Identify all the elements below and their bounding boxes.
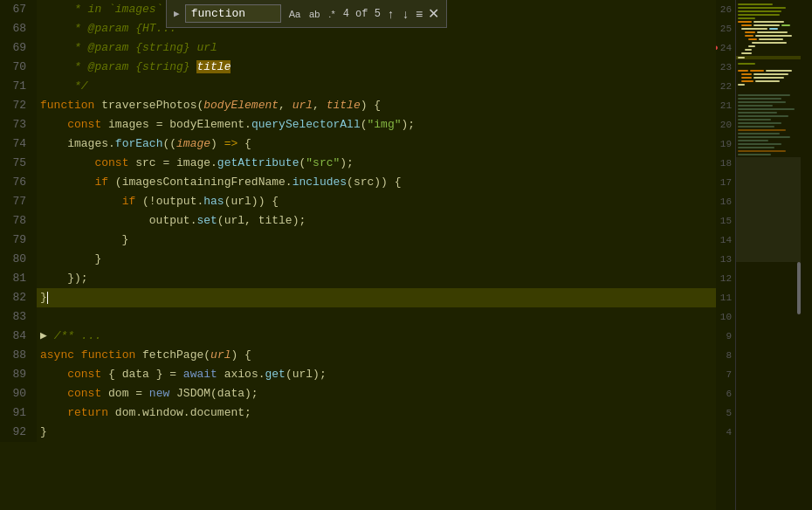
svg-rect-33 xyxy=(755,80,780,82)
svg-rect-0 xyxy=(738,3,773,5)
right-ln: 13 xyxy=(720,250,732,269)
line-number: 71 xyxy=(0,77,37,96)
svg-rect-22 xyxy=(736,56,801,59)
line-content: return dom.window.document; xyxy=(37,403,716,423)
right-ln: 17 xyxy=(720,173,732,192)
line-number: 83 xyxy=(0,307,37,327)
svg-rect-26 xyxy=(750,70,764,72)
svg-rect-5 xyxy=(738,21,752,23)
right-ln: 18 xyxy=(720,154,732,173)
line-number: 78 xyxy=(0,211,37,231)
line-number: 75 xyxy=(0,154,37,173)
code-line: 74 images.forEach((image) => { xyxy=(0,134,716,154)
right-ln: 16 xyxy=(720,192,732,211)
line-number: 67 xyxy=(0,0,37,19)
right-ln: 22 xyxy=(720,77,732,96)
line-content: * @param {string} url xyxy=(37,38,716,58)
svg-rect-14 xyxy=(745,35,754,37)
line-content: ▶ /** ... xyxy=(37,327,716,346)
right-ln: 7 xyxy=(726,365,732,384)
svg-rect-39 xyxy=(738,108,795,110)
line-number: 70 xyxy=(0,58,37,77)
svg-rect-7 xyxy=(741,24,752,26)
line-content: if (imagesContainingFredName.includes(sr… xyxy=(37,173,716,192)
right-ln: 19 xyxy=(720,134,732,154)
svg-rect-21 xyxy=(741,52,752,54)
code-line: 92 } xyxy=(0,423,716,442)
line-number: 88 xyxy=(0,346,37,365)
right-panel: 26 25 24 23 22 21 20 19 18 17 16 15 14 1… xyxy=(716,0,812,510)
code-line: 70 * @param {string} title xyxy=(0,58,716,77)
find-menu-button[interactable]: ≡ xyxy=(416,7,423,21)
line-content: output.set(url, title); xyxy=(37,211,716,231)
svg-rect-8 xyxy=(754,24,780,26)
right-ln: 14 xyxy=(720,231,732,250)
svg-rect-19 xyxy=(748,45,755,47)
code-line: 76 if (imagesContainingFredName.includes… xyxy=(0,173,716,192)
right-line-numbers: 26 25 24 23 22 21 20 19 18 17 16 15 14 1… xyxy=(716,0,735,510)
code-line: 72 function traversePhotos(bodyElement, … xyxy=(0,96,716,115)
line-number: 68 xyxy=(0,19,37,38)
line-content: async function fetchPage(url) { xyxy=(37,346,716,365)
code-line: 83 xyxy=(0,307,716,327)
svg-rect-9 xyxy=(781,24,790,26)
minimap-svg xyxy=(736,0,801,510)
svg-rect-27 xyxy=(766,70,792,72)
find-close-button[interactable]: ✕ xyxy=(428,5,439,22)
svg-rect-30 xyxy=(741,77,752,79)
match-case-button[interactable]: Aa xyxy=(286,8,303,20)
find-options: Aa ab .* xyxy=(286,8,338,20)
find-count: 4 of 5 xyxy=(343,8,381,20)
svg-rect-3 xyxy=(738,14,780,16)
svg-rect-52 xyxy=(738,154,771,155)
minimap[interactable] xyxy=(735,0,812,510)
svg-rect-42 xyxy=(738,119,771,121)
svg-rect-20 xyxy=(745,49,752,51)
find-next-button[interactable]: ↓ xyxy=(401,7,410,21)
find-prev-button[interactable]: ↑ xyxy=(386,7,396,21)
svg-rect-15 xyxy=(755,35,792,37)
line-content: } xyxy=(37,250,716,269)
svg-rect-16 xyxy=(748,38,757,40)
svg-rect-43 xyxy=(738,122,781,124)
svg-rect-13 xyxy=(757,31,788,33)
right-ln: 12 xyxy=(720,269,732,288)
code-line-current: 82 } xyxy=(0,288,716,307)
code-line: 88 async function fetchPage(url) { xyxy=(0,346,716,365)
code-line: 80 } xyxy=(0,250,716,269)
line-number: 77 xyxy=(0,192,37,211)
svg-rect-48 xyxy=(738,140,768,141)
code-line: 91 return dom.window.document; xyxy=(0,403,716,423)
svg-rect-34 xyxy=(738,84,745,86)
svg-rect-53 xyxy=(797,262,801,314)
line-number: 81 xyxy=(0,269,37,288)
code-line: 71 */ xyxy=(0,77,716,96)
editor: ▶ Aa ab .* 4 of 5 ↑ ↓ ≡ ✕ 67 * in `image… xyxy=(0,0,812,510)
svg-rect-1 xyxy=(738,7,786,9)
line-content xyxy=(37,307,716,327)
code-area[interactable]: ▶ Aa ab .* 4 of 5 ↑ ↓ ≡ ✕ 67 * in `image… xyxy=(0,0,716,510)
code-line: 81 }); xyxy=(0,269,716,288)
line-number: 80 xyxy=(0,250,37,269)
line-content: } xyxy=(37,288,716,307)
line-number: 92 xyxy=(0,423,37,442)
svg-rect-51 xyxy=(738,150,786,152)
svg-rect-18 xyxy=(752,42,787,44)
right-ln: 11 xyxy=(720,288,732,307)
line-content: } xyxy=(37,231,716,250)
line-number: 82 xyxy=(0,288,37,307)
line-number: 91 xyxy=(0,403,37,423)
line-number: 84 xyxy=(0,327,37,346)
right-ln: 23 xyxy=(720,58,732,77)
svg-rect-36 xyxy=(738,98,781,100)
svg-rect-37 xyxy=(738,101,786,103)
code-line: 84 ▶ /** ... xyxy=(0,327,716,346)
code-line: 90 const dom = new JSDOM(data); xyxy=(0,384,716,403)
find-input[interactable] xyxy=(185,4,281,23)
line-content: }); xyxy=(37,269,716,288)
whole-word-button[interactable]: ab xyxy=(306,8,322,20)
line-number: 74 xyxy=(0,134,37,154)
regex-button[interactable]: .* xyxy=(326,8,337,20)
code-line: 69 * @param {string} url xyxy=(0,38,716,58)
code-line: 77 if (!output.has(url)) { xyxy=(0,192,716,211)
